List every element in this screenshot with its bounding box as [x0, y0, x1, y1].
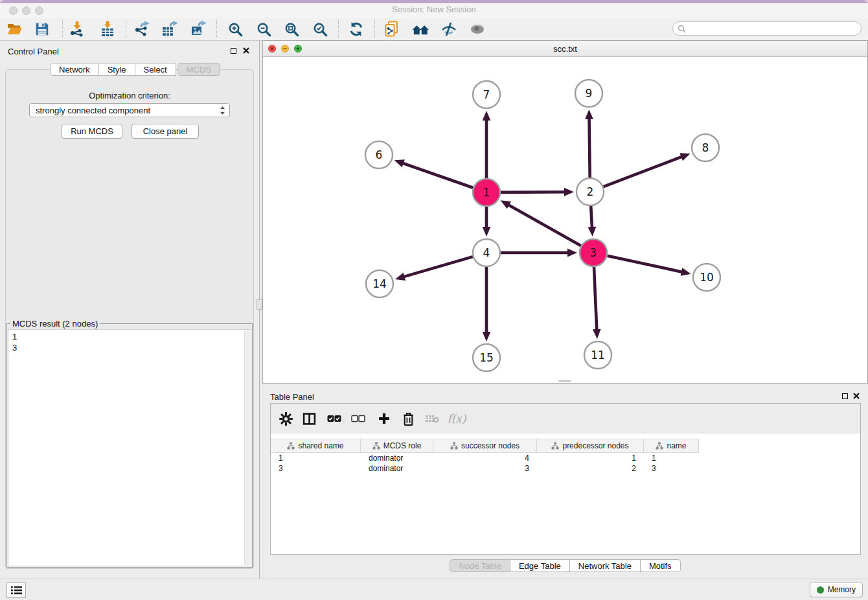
tab-select[interactable]: Select [135, 63, 176, 76]
edge-arrowhead-icon [483, 332, 491, 341]
graph-edge-4-14[interactable] [403, 257, 473, 277]
network-canvas[interactable]: 1234678910111415 [263, 57, 867, 383]
import-network-icon [69, 21, 86, 38]
column-header-MCDS-role[interactable]: MCDS role [361, 439, 433, 452]
mcds-result-textarea[interactable]: 1 3 [8, 329, 251, 566]
add-row-button[interactable] [376, 410, 393, 427]
graph-node-3[interactable]: 3 [580, 239, 607, 266]
float-table-panel-icon[interactable] [841, 392, 849, 400]
close-panel-button[interactable]: Close panel [131, 124, 199, 139]
tab-style[interactable]: Style [99, 63, 135, 76]
edge-arrowhead-icon [483, 111, 491, 121]
deselect-all-button[interactable] [350, 410, 367, 427]
hide-selected-button[interactable] [440, 20, 458, 38]
export-network-icon [133, 21, 150, 38]
control-panel-title: Control Panel [8, 47, 59, 56]
graph-node-6[interactable]: 6 [365, 141, 393, 168]
graph-node-7[interactable]: 7 [473, 81, 500, 108]
zoom-fit-button[interactable] [282, 20, 301, 38]
open-session-button[interactable] [6, 20, 24, 38]
table-tab-network-table[interactable]: Network Table [570, 559, 641, 572]
graph-node-15[interactable]: 15 [473, 344, 500, 371]
function-builder-button[interactable]: f(x) [448, 410, 465, 427]
export-network-button[interactable] [133, 20, 151, 38]
canvas-scroll-handle[interactable] [558, 380, 571, 382]
svg-text:11: 11 [591, 349, 605, 362]
edge-arrowhead-icon [483, 227, 491, 237]
table-panel-title: Table Panel [270, 392, 314, 402]
graph-node-10[interactable]: 10 [693, 264, 720, 291]
column-header-predecessor-nodes[interactable]: predecessor nodes [537, 439, 644, 452]
save-icon [34, 21, 50, 37]
column-header-shared-name[interactable]: shared name [271, 439, 361, 452]
graph-edge-2-8[interactable] [604, 156, 683, 187]
zoom-selected-button[interactable] [311, 20, 329, 38]
tab-network[interactable]: Network [50, 63, 99, 76]
task-history-button[interactable] [6, 583, 26, 598]
delete-row-button[interactable] [400, 410, 417, 427]
graph-edge-3-11[interactable] [594, 267, 597, 331]
edge-arrowhead-icon [395, 273, 405, 281]
table-cell[interactable]: 1 [271, 453, 361, 463]
list-icon [11, 586, 22, 595]
edge-arrowhead-icon [680, 153, 690, 161]
refresh-button[interactable] [347, 20, 365, 38]
graph-node-4[interactable]: 4 [473, 239, 500, 266]
table-settings-button[interactable] [277, 410, 294, 427]
graph-node-1[interactable]: 1 [473, 179, 500, 206]
zoom-out-button[interactable] [255, 20, 273, 38]
memory-status-dot [817, 586, 824, 594]
float-panel-icon[interactable] [229, 47, 237, 54]
edge-arrowhead-icon [588, 227, 596, 237]
graph-edge-2-9[interactable] [589, 117, 589, 178]
close-panel-icon[interactable] [242, 47, 250, 54]
table-cell[interactable]: 3 [271, 463, 361, 474]
graph-node-8[interactable]: 8 [692, 134, 719, 161]
table-cell[interactable]: 4 [433, 453, 537, 463]
zoom-in-button[interactable] [226, 20, 244, 38]
column-header-name[interactable]: name [644, 439, 699, 452]
panel-divider-handle[interactable] [257, 299, 262, 310]
export-table-button[interactable] [161, 20, 179, 38]
run-mcds-button[interactable]: Run MCDS [62, 124, 122, 139]
delete-table-button[interactable] [424, 410, 440, 427]
table-cell[interactable]: 1 [537, 453, 644, 463]
table-cell[interactable]: 3 [433, 463, 537, 474]
table-row[interactable]: 3dominator323 [271, 463, 860, 474]
criterion-select[interactable]: strongly connected component [29, 103, 230, 117]
import-table-button[interactable] [98, 20, 117, 38]
result-scrollbar[interactable] [244, 330, 250, 565]
graph-edge-3-1[interactable] [507, 204, 581, 246]
tab-mcds[interactable]: MCDS [177, 63, 220, 76]
column-header-successor-nodes[interactable]: successor nodes [433, 439, 537, 452]
table-row[interactable]: 1dominator411 [271, 453, 860, 463]
import-network-button[interactable] [68, 20, 86, 38]
search-input[interactable] [689, 23, 861, 34]
graph-node-9[interactable]: 9 [575, 80, 602, 107]
export-image-button[interactable] [189, 20, 207, 38]
graph-node-11[interactable]: 11 [584, 341, 611, 369]
table-cell[interactable]: 3 [644, 463, 699, 474]
close-table-panel-icon[interactable] [852, 392, 860, 400]
save-session-button[interactable] [33, 20, 51, 38]
table-cell[interactable]: dominator [361, 463, 433, 474]
select-all-button[interactable] [326, 410, 343, 427]
graph-edge-3-10[interactable] [607, 256, 683, 272]
show-all-button[interactable] [468, 20, 486, 38]
table-tab-node-table[interactable]: Node Table [450, 559, 510, 572]
graph-node-2[interactable]: 2 [577, 178, 604, 205]
table-tab-motifs[interactable]: Motifs [641, 559, 681, 572]
table-cell[interactable]: 2 [537, 463, 644, 474]
table-cell[interactable]: dominator [361, 453, 433, 463]
new-network-from-selection-button[interactable] [383, 20, 401, 38]
svg-text:2: 2 [587, 185, 594, 198]
graph-edge-1-2[interactable] [501, 192, 566, 192]
graph-edge-1-6[interactable] [402, 163, 473, 188]
table-cell[interactable]: 1 [644, 453, 699, 463]
first-neighbors-button[interactable] [411, 20, 429, 38]
graph-node-14[interactable]: 14 [366, 270, 393, 297]
graph-edge-2-3[interactable] [591, 206, 592, 229]
memory-button[interactable]: Memory [810, 582, 863, 597]
table-tab-edge-table[interactable]: Edge Table [510, 559, 570, 572]
show-columns-button[interactable] [301, 410, 317, 427]
